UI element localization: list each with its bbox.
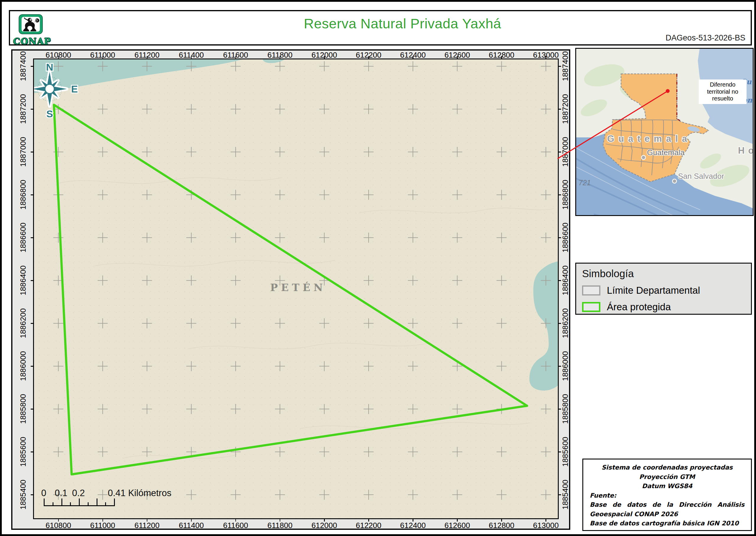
- y-axis-label-right: 1885600: [561, 437, 570, 467]
- legend-label: Límite Departamental: [607, 285, 700, 296]
- inset-country-label: Guatemala: [607, 134, 691, 144]
- legend: Simbología Límite Departamental Área pro…: [575, 263, 752, 315]
- protected-area-swatch: [582, 302, 600, 312]
- y-axis-tick-left: [31, 323, 33, 324]
- scalebar: [44, 498, 115, 506]
- y-axis-label-left: 1887400: [18, 51, 28, 81]
- x-axis-tick-top: [280, 56, 281, 58]
- scalebar-tick-label: 0: [41, 488, 46, 498]
- y-axis-tick-left: [31, 452, 33, 452]
- map-area[interactable]: N E S O PETÉN 00.10.20.41 Kilómetros: [33, 58, 559, 519]
- y-axis-label-right: 1887400: [561, 51, 570, 81]
- x-axis-tick-bottom: [501, 519, 502, 521]
- y-axis-tick-left: [31, 280, 33, 281]
- inset-canvas: Guatemala Guatemala San Salvador Ho 721 …: [576, 49, 753, 215]
- x-axis-tick-top: [413, 56, 413, 58]
- source-1: Base de datos de la Dirección Análisis G…: [590, 500, 744, 519]
- x-axis-label-bottom: 612000: [312, 521, 337, 530]
- inset-map[interactable]: Guatemala Guatemala San Salvador Ho 721 …: [575, 48, 754, 216]
- y-axis-label-left: 1886200: [18, 309, 28, 338]
- y-axis-tick-right: [559, 151, 561, 152]
- y-axis-label-right: 1885400: [561, 480, 570, 510]
- y-axis-label-right: 1885800: [561, 394, 570, 424]
- y-axis-tick-left: [31, 194, 33, 195]
- compass-s-label: S: [47, 108, 53, 119]
- x-axis-label-bottom: 613000: [533, 521, 559, 530]
- x-axis-label-bottom: 611000: [90, 521, 115, 530]
- scalebar-tick: [88, 502, 89, 506]
- y-axis-label-right: 1886200: [561, 309, 570, 338]
- x-axis-label-bottom: 612600: [444, 521, 470, 530]
- y-axis-tick-left: [31, 151, 33, 152]
- inset-city-label: Guatemala: [647, 148, 685, 157]
- x-axis-label-bottom: 611600: [223, 521, 248, 530]
- y-axis-tick-right: [559, 237, 561, 238]
- y-axis-label-left: 1885600: [18, 437, 28, 467]
- source-heading: Fuente:: [590, 491, 744, 501]
- scalebar-tick: [114, 498, 115, 506]
- y-axis-label-left: 1885800: [18, 394, 28, 424]
- water-bodies: [34, 59, 558, 391]
- y-axis-tick-left: [31, 237, 33, 238]
- y-axis-label-left: 1886400: [18, 266, 28, 295]
- y-axis-tick-right: [559, 66, 561, 67]
- y-axis-label-right: 1886400: [561, 266, 570, 295]
- y-axis-label-right: 1886000: [561, 351, 570, 381]
- x-axis-tick-top: [191, 56, 192, 58]
- y-axis-tick-right: [559, 452, 561, 452]
- y-axis-label-left: 1886800: [18, 180, 28, 210]
- inset-depth-label: 721: [579, 179, 591, 187]
- projection-line: Proyección GTM: [590, 473, 744, 482]
- y-axis-tick-left: [31, 409, 33, 410]
- compass-e-label: E: [71, 83, 78, 94]
- x-axis-label-bottom: 611800: [268, 521, 293, 530]
- inset-honduras-label: Ho: [738, 145, 753, 156]
- scalebar-tick: [44, 498, 45, 506]
- departmental-boundary-swatch: [582, 285, 600, 295]
- scalebar-tick: [52, 502, 53, 506]
- x-axis-tick-top: [236, 56, 236, 58]
- y-axis-tick-right: [559, 409, 561, 410]
- x-axis-tick-bottom: [324, 519, 325, 521]
- x-axis-label-bottom: 612400: [400, 521, 426, 530]
- x-axis-tick-top: [147, 56, 148, 58]
- sheet-code: DAGeos-513-2026-BS: [666, 33, 745, 43]
- scalebar-tick: [97, 498, 97, 506]
- x-axis-tick-bottom: [103, 519, 103, 521]
- x-axis-tick-bottom: [368, 519, 369, 521]
- y-axis-label-left: 1886000: [18, 351, 28, 381]
- x-axis-label-bottom: 612800: [489, 521, 515, 530]
- x-axis-tick-bottom: [457, 519, 458, 521]
- y-axis-tick-left: [31, 109, 33, 110]
- x-axis-label-bottom: 610800: [46, 521, 71, 530]
- dispute-annotation: Diferendo territorial no resuelto: [699, 80, 746, 104]
- scalebar-tick-label: 0.1: [55, 488, 67, 498]
- x-axis-tick-bottom: [280, 519, 281, 521]
- x-axis-tick-bottom: [58, 519, 59, 521]
- x-axis-label-bottom: 612200: [356, 521, 382, 530]
- city2-marker: [673, 179, 677, 183]
- y-axis-label-left: 1885400: [18, 480, 28, 510]
- x-axis-tick-top: [457, 56, 458, 58]
- info-box: Sistema de coordenadas proyectadas Proye…: [583, 458, 752, 531]
- source-2: Base de datos cartografía básica IGN 201…: [590, 519, 744, 528]
- y-axis-tick-right: [559, 194, 561, 195]
- x-axis-tick-bottom: [413, 519, 413, 521]
- legend-item-protected: Área protegida: [582, 301, 745, 313]
- map-sheet: { "header": { "title": "Reserva Natural …: [0, 0, 756, 536]
- x-axis-label-bottom: 611400: [179, 521, 204, 530]
- scalebar-labels: 00.10.20.41 Kilómetros: [34, 488, 241, 498]
- logo-wordmark: CONAP: [13, 36, 48, 47]
- x-axis-tick-top: [501, 56, 502, 58]
- x-axis-tick-bottom: [236, 519, 236, 521]
- y-axis-tick-right: [559, 494, 561, 495]
- y-axis-label-right: 1887200: [561, 94, 570, 124]
- city-marker: [642, 155, 646, 159]
- y-axis-label-left: 1887200: [18, 94, 28, 124]
- scalebar-tick-label: 0.2: [72, 488, 85, 498]
- inset-city2-label: San Salvador: [678, 172, 724, 181]
- y-axis-tick-right: [559, 109, 561, 110]
- grid-crosses: [53, 61, 551, 500]
- y-axis-label-right: 1886600: [561, 223, 570, 252]
- scalebar-tick: [105, 502, 106, 506]
